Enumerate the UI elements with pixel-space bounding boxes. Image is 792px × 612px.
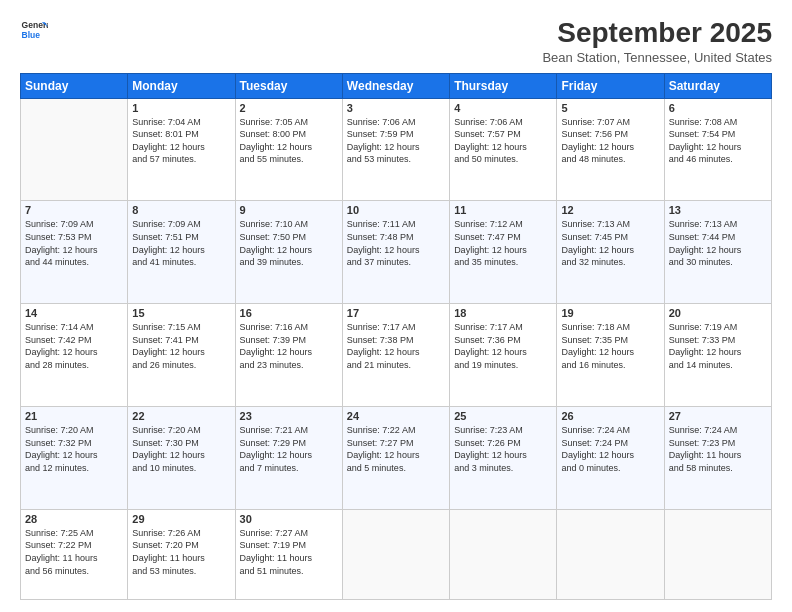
table-row: 17Sunrise: 7:17 AM Sunset: 7:38 PM Dayli… [342,304,449,407]
header: General Blue September 2025 Bean Station… [20,16,772,65]
day-info: Sunrise: 7:24 AM Sunset: 7:24 PM Dayligh… [561,424,659,474]
day-info: Sunrise: 7:06 AM Sunset: 7:57 PM Dayligh… [454,116,552,166]
day-number: 6 [669,102,767,114]
day-number: 2 [240,102,338,114]
col-wednesday: Wednesday [342,73,449,98]
day-number: 16 [240,307,338,319]
table-row: 22Sunrise: 7:20 AM Sunset: 7:30 PM Dayli… [128,406,235,509]
calendar-week-row: 1Sunrise: 7:04 AM Sunset: 8:01 PM Daylig… [21,98,772,201]
table-row: 10Sunrise: 7:11 AM Sunset: 7:48 PM Dayli… [342,201,449,304]
table-row: 21Sunrise: 7:20 AM Sunset: 7:32 PM Dayli… [21,406,128,509]
table-row [664,509,771,599]
header-row: Sunday Monday Tuesday Wednesday Thursday… [21,73,772,98]
day-number: 3 [347,102,445,114]
day-info: Sunrise: 7:21 AM Sunset: 7:29 PM Dayligh… [240,424,338,474]
calendar-week-row: 7Sunrise: 7:09 AM Sunset: 7:53 PM Daylig… [21,201,772,304]
day-info: Sunrise: 7:17 AM Sunset: 7:36 PM Dayligh… [454,321,552,371]
day-number: 9 [240,204,338,216]
table-row: 30Sunrise: 7:27 AM Sunset: 7:19 PM Dayli… [235,509,342,599]
day-info: Sunrise: 7:20 AM Sunset: 7:30 PM Dayligh… [132,424,230,474]
day-info: Sunrise: 7:14 AM Sunset: 7:42 PM Dayligh… [25,321,123,371]
day-info: Sunrise: 7:17 AM Sunset: 7:38 PM Dayligh… [347,321,445,371]
day-info: Sunrise: 7:23 AM Sunset: 7:26 PM Dayligh… [454,424,552,474]
title-section: September 2025 Bean Station, Tennessee, … [542,16,772,65]
day-info: Sunrise: 7:09 AM Sunset: 7:51 PM Dayligh… [132,218,230,268]
table-row: 2Sunrise: 7:05 AM Sunset: 8:00 PM Daylig… [235,98,342,201]
col-thursday: Thursday [450,73,557,98]
table-row: 18Sunrise: 7:17 AM Sunset: 7:36 PM Dayli… [450,304,557,407]
table-row: 15Sunrise: 7:15 AM Sunset: 7:41 PM Dayli… [128,304,235,407]
table-row: 14Sunrise: 7:14 AM Sunset: 7:42 PM Dayli… [21,304,128,407]
day-number: 17 [347,307,445,319]
table-row: 24Sunrise: 7:22 AM Sunset: 7:27 PM Dayli… [342,406,449,509]
day-number: 7 [25,204,123,216]
table-row: 27Sunrise: 7:24 AM Sunset: 7:23 PM Dayli… [664,406,771,509]
day-info: Sunrise: 7:13 AM Sunset: 7:45 PM Dayligh… [561,218,659,268]
day-info: Sunrise: 7:07 AM Sunset: 7:56 PM Dayligh… [561,116,659,166]
table-row: 7Sunrise: 7:09 AM Sunset: 7:53 PM Daylig… [21,201,128,304]
table-row [342,509,449,599]
day-number: 15 [132,307,230,319]
day-number: 21 [25,410,123,422]
svg-text:General: General [22,20,48,30]
table-row: 11Sunrise: 7:12 AM Sunset: 7:47 PM Dayli… [450,201,557,304]
day-number: 5 [561,102,659,114]
day-info: Sunrise: 7:06 AM Sunset: 7:59 PM Dayligh… [347,116,445,166]
calendar: Sunday Monday Tuesday Wednesday Thursday… [20,73,772,600]
day-number: 14 [25,307,123,319]
table-row: 16Sunrise: 7:16 AM Sunset: 7:39 PM Dayli… [235,304,342,407]
day-number: 26 [561,410,659,422]
svg-text:Blue: Blue [22,30,41,40]
table-row: 25Sunrise: 7:23 AM Sunset: 7:26 PM Dayli… [450,406,557,509]
day-number: 1 [132,102,230,114]
col-monday: Monday [128,73,235,98]
table-row [21,98,128,201]
day-number: 30 [240,513,338,525]
table-row: 29Sunrise: 7:26 AM Sunset: 7:20 PM Dayli… [128,509,235,599]
day-number: 22 [132,410,230,422]
day-info: Sunrise: 7:12 AM Sunset: 7:47 PM Dayligh… [454,218,552,268]
table-row [557,509,664,599]
day-info: Sunrise: 7:11 AM Sunset: 7:48 PM Dayligh… [347,218,445,268]
table-row: 13Sunrise: 7:13 AM Sunset: 7:44 PM Dayli… [664,201,771,304]
day-info: Sunrise: 7:05 AM Sunset: 8:00 PM Dayligh… [240,116,338,166]
table-row: 6Sunrise: 7:08 AM Sunset: 7:54 PM Daylig… [664,98,771,201]
day-number: 4 [454,102,552,114]
col-friday: Friday [557,73,664,98]
table-row: 9Sunrise: 7:10 AM Sunset: 7:50 PM Daylig… [235,201,342,304]
table-row: 4Sunrise: 7:06 AM Sunset: 7:57 PM Daylig… [450,98,557,201]
day-number: 28 [25,513,123,525]
day-info: Sunrise: 7:19 AM Sunset: 7:33 PM Dayligh… [669,321,767,371]
calendar-week-row: 14Sunrise: 7:14 AM Sunset: 7:42 PM Dayli… [21,304,772,407]
day-info: Sunrise: 7:24 AM Sunset: 7:23 PM Dayligh… [669,424,767,474]
day-number: 24 [347,410,445,422]
col-saturday: Saturday [664,73,771,98]
day-info: Sunrise: 7:16 AM Sunset: 7:39 PM Dayligh… [240,321,338,371]
table-row: 5Sunrise: 7:07 AM Sunset: 7:56 PM Daylig… [557,98,664,201]
col-tuesday: Tuesday [235,73,342,98]
day-info: Sunrise: 7:13 AM Sunset: 7:44 PM Dayligh… [669,218,767,268]
table-row: 20Sunrise: 7:19 AM Sunset: 7:33 PM Dayli… [664,304,771,407]
day-number: 11 [454,204,552,216]
col-sunday: Sunday [21,73,128,98]
main-title: September 2025 [542,16,772,50]
table-row: 3Sunrise: 7:06 AM Sunset: 7:59 PM Daylig… [342,98,449,201]
day-info: Sunrise: 7:09 AM Sunset: 7:53 PM Dayligh… [25,218,123,268]
calendar-week-row: 28Sunrise: 7:25 AM Sunset: 7:22 PM Dayli… [21,509,772,599]
day-number: 25 [454,410,552,422]
day-number: 13 [669,204,767,216]
day-info: Sunrise: 7:20 AM Sunset: 7:32 PM Dayligh… [25,424,123,474]
table-row: 12Sunrise: 7:13 AM Sunset: 7:45 PM Dayli… [557,201,664,304]
table-row: 19Sunrise: 7:18 AM Sunset: 7:35 PM Dayli… [557,304,664,407]
table-row: 8Sunrise: 7:09 AM Sunset: 7:51 PM Daylig… [128,201,235,304]
logo-icon: General Blue [20,16,48,44]
day-info: Sunrise: 7:10 AM Sunset: 7:50 PM Dayligh… [240,218,338,268]
table-row: 23Sunrise: 7:21 AM Sunset: 7:29 PM Dayli… [235,406,342,509]
day-number: 8 [132,204,230,216]
day-number: 10 [347,204,445,216]
table-row: 28Sunrise: 7:25 AM Sunset: 7:22 PM Dayli… [21,509,128,599]
day-info: Sunrise: 7:15 AM Sunset: 7:41 PM Dayligh… [132,321,230,371]
day-number: 18 [454,307,552,319]
table-row: 26Sunrise: 7:24 AM Sunset: 7:24 PM Dayli… [557,406,664,509]
day-number: 19 [561,307,659,319]
